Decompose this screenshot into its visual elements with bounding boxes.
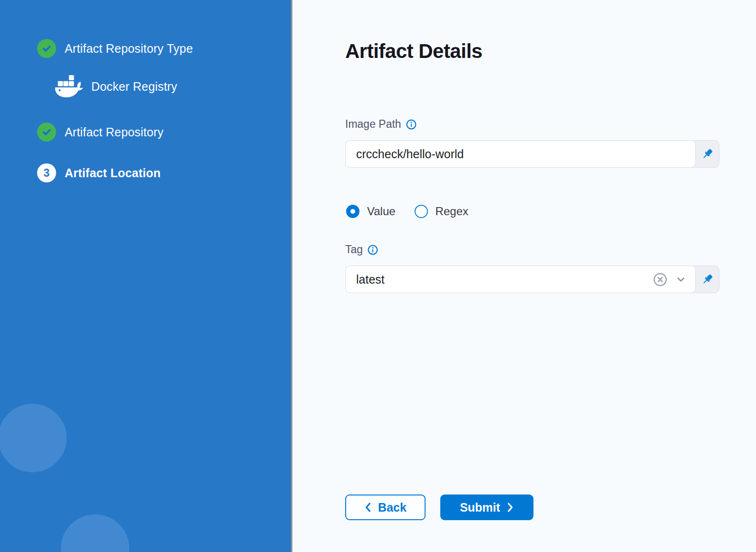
radio-option-regex[interactable]: Regex (415, 205, 468, 218)
radio-option-value[interactable]: Value (346, 205, 396, 218)
submit-button-label: Submit (460, 501, 500, 514)
back-button-label: Back (378, 501, 407, 514)
radio-unselected-icon[interactable] (415, 205, 428, 218)
submit-button[interactable]: Submit (440, 495, 533, 520)
image-path-label-row: Image Path (345, 118, 417, 131)
info-icon[interactable] (406, 119, 417, 130)
radio-label: Regex (436, 205, 468, 218)
image-path-input-wrap (346, 141, 696, 167)
step-label: Artifact Repository Type (65, 42, 193, 56)
chevron-left-icon (364, 502, 372, 513)
tag-input[interactable] (356, 273, 649, 286)
step-sub-label: Docker Registry (91, 80, 177, 94)
step-sub-item-docker-registry[interactable]: Docker Registry (53, 74, 177, 100)
step-artifact-repository-type[interactable]: Artifact Repository Type (37, 39, 193, 58)
back-button[interactable]: Back (345, 495, 426, 520)
tag-input-adornments (649, 272, 687, 287)
step-artifact-repository[interactable]: Artifact Repository (37, 123, 164, 142)
step-artifact-location[interactable]: 3 Artifact Location (37, 163, 161, 182)
tag-label-row: Tag (345, 243, 378, 256)
radio-selected-icon[interactable] (346, 205, 359, 218)
tag-label: Tag (345, 243, 363, 256)
step-label: Artifact Location (65, 166, 161, 180)
image-path-input[interactable] (356, 147, 687, 161)
docker-whale-icon (53, 74, 86, 100)
radio-label: Value (367, 205, 396, 218)
brand-watermark (0, 390, 81, 486)
tag-input-wrap (346, 266, 696, 293)
step-complete-check-icon (37, 39, 56, 58)
spec-type-radio-group: Value Regex (346, 205, 468, 218)
pin-icon[interactable] (696, 141, 719, 167)
clear-icon[interactable] (653, 272, 668, 287)
image-path-field-group (345, 140, 719, 168)
step-complete-check-icon (37, 123, 56, 142)
artifact-details-panel: Artifact Details Image Path (292, 0, 756, 552)
tag-field-group (345, 266, 719, 293)
chevron-right-icon (506, 502, 514, 513)
page-title: Artifact Details (345, 40, 482, 63)
step-label: Artifact Repository (65, 125, 164, 139)
brand-watermark (47, 500, 144, 552)
chevron-down-icon[interactable] (675, 274, 687, 285)
pin-icon[interactable] (696, 266, 719, 293)
step-number-badge: 3 (37, 163, 56, 182)
stepper-sidebar: Artifact Repository Type Docker Registry (0, 0, 291, 552)
info-icon[interactable] (368, 245, 378, 255)
wizard-window: Artifact Repository Type Docker Registry (0, 0, 756, 552)
image-path-label: Image Path (345, 118, 401, 131)
